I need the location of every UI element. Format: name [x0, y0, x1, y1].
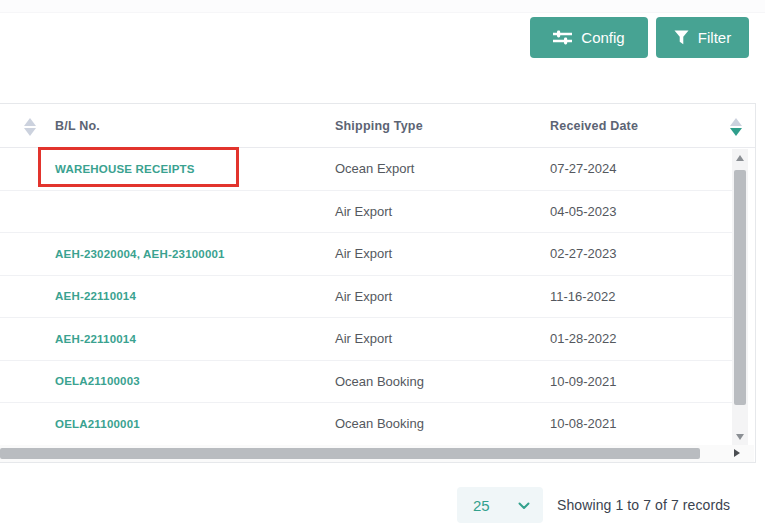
table-row[interactable]: AEH-22110014 Air Export 11-16-2022 — [0, 276, 732, 319]
shipping-type-cell: Air Export — [335, 276, 392, 318]
received-date-cell: 10-08-2021 — [550, 403, 617, 445]
column-header-bl-no[interactable]: B/L No. — [55, 104, 100, 148]
page-size-select[interactable]: 25 — [457, 487, 543, 523]
shipping-type-cell: Ocean Booking — [335, 403, 424, 445]
funnel-icon — [674, 30, 689, 45]
table-row[interactable]: AEH-23020004, AEH-23100001 Air Export 02… — [0, 233, 732, 276]
table-body: WAREHOUSE RECEIPTS Ocean Export 07-27-20… — [0, 148, 732, 446]
column-header-received-date[interactable]: Received Date — [550, 104, 638, 148]
bl-no-link[interactable]: OELA21100003 — [55, 361, 140, 403]
horizontal-scrollbar[interactable] — [0, 445, 754, 462]
shipping-type-cell: Air Export — [335, 191, 392, 233]
shipping-type-cell: Ocean Export — [335, 148, 415, 190]
filter-button[interactable]: Filter — [656, 17, 749, 58]
received-date-cell: 02-27-2023 — [550, 233, 617, 275]
sliders-icon — [553, 30, 572, 45]
table-header-row: B/L No. Shipping Type Received Date — [0, 104, 755, 148]
shipments-table: B/L No. Shipping Type Received Date WARE… — [0, 103, 756, 463]
bl-no-link[interactable]: WAREHOUSE RECEIPTS — [55, 148, 195, 190]
table-row[interactable]: WAREHOUSE RECEIPTS Ocean Export 07-27-20… — [0, 148, 732, 191]
shipping-type-cell: Air Export — [335, 233, 392, 275]
bl-no-link[interactable]: AEH-23020004, AEH-23100001 — [55, 233, 225, 275]
sort-arrows-icon-received-date[interactable] — [730, 118, 742, 136]
filter-button-label: Filter — [698, 29, 731, 46]
received-date-cell: 10-09-2021 — [550, 361, 617, 403]
config-button[interactable]: Config — [530, 17, 648, 58]
bl-no-link[interactable]: AEH-22110014 — [55, 318, 136, 360]
scroll-up-arrow-icon[interactable] — [736, 155, 744, 161]
column-header-shipping-type[interactable]: Shipping Type — [335, 104, 423, 148]
received-date-cell: 01-28-2022 — [550, 318, 617, 360]
bl-no-link[interactable]: AEH-22110014 — [55, 276, 136, 318]
chevron-down-icon — [518, 496, 530, 514]
top-divider — [0, 0, 765, 13]
table-row[interactable]: Air Export 04-05-2023 — [0, 191, 732, 234]
config-button-label: Config — [581, 29, 624, 46]
bl-no-link[interactable]: OELA21100001 — [55, 403, 140, 445]
sort-arrows-icon[interactable] — [24, 118, 36, 136]
scroll-right-arrow-icon[interactable] — [734, 449, 740, 457]
scroll-down-arrow-icon[interactable] — [736, 434, 744, 440]
received-date-cell: 11-16-2022 — [550, 276, 616, 318]
shipping-type-cell: Ocean Booking — [335, 361, 424, 403]
vertical-scrollbar-thumb[interactable] — [734, 170, 746, 405]
table-row[interactable]: OELA21100003 Ocean Booking 10-09-2021 — [0, 361, 732, 404]
vertical-scrollbar[interactable] — [732, 149, 748, 446]
horizontal-scrollbar-thumb[interactable] — [0, 448, 700, 459]
table-row[interactable]: OELA21100001 Ocean Booking 10-08-2021 — [0, 403, 732, 446]
shipping-type-cell: Air Export — [335, 318, 392, 360]
page-size-value: 25 — [473, 497, 490, 514]
table-row[interactable]: AEH-22110014 Air Export 01-28-2022 — [0, 318, 732, 361]
received-date-cell: 07-27-2024 — [550, 148, 617, 190]
received-date-cell: 04-05-2023 — [550, 191, 617, 233]
records-summary: Showing 1 to 7 of 7 records — [557, 487, 730, 523]
